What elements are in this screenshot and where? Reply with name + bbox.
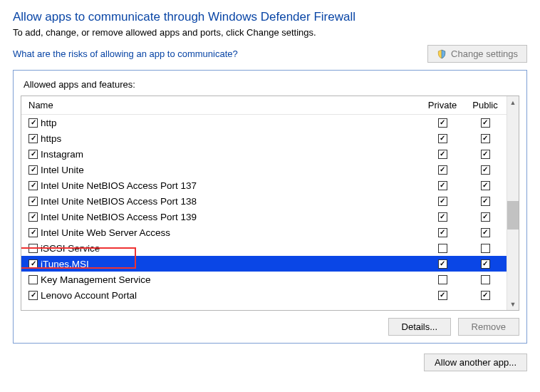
checkbox[interactable]: ✓: [481, 228, 490, 237]
group-label: Allowed apps and features:: [24, 79, 519, 90]
checkbox[interactable]: ✓: [438, 150, 447, 159]
checkbox[interactable]: ✓: [438, 228, 447, 237]
col-header-public[interactable]: Public: [464, 96, 507, 114]
list-row[interactable]: ✓https✓✓: [21, 130, 507, 146]
checkbox[interactable]: [438, 275, 447, 284]
scroll-track[interactable]: [507, 108, 519, 298]
row-name-label: http: [41, 118, 57, 128]
list-row[interactable]: ✓http✓✓: [21, 115, 507, 130]
checkbox[interactable]: ✓: [438, 291, 447, 300]
allowed-apps-group: Allowed apps and features: Name Private …: [13, 70, 527, 344]
allowed-apps-list[interactable]: Name Private Public ✓http✓✓✓https✓✓✓Inst…: [21, 96, 519, 311]
details-button[interactable]: Details...: [388, 318, 452, 336]
checkbox[interactable]: ✓: [481, 118, 490, 128]
remove-button[interactable]: Remove: [458, 318, 519, 336]
row-name-label: iTunes.MSI: [41, 259, 89, 269]
scrollbar[interactable]: ▲ ▼: [507, 96, 519, 310]
checkbox[interactable]: ✓: [28, 197, 38, 206]
row-name-label: iSCSI Service: [41, 243, 100, 254]
checkbox[interactable]: ✓: [481, 181, 490, 190]
page-title: Allow apps to communicate through Window…: [13, 10, 527, 24]
checkbox[interactable]: ✓: [438, 197, 447, 206]
checkbox[interactable]: ✓: [438, 134, 447, 143]
checkbox[interactable]: ✓: [28, 118, 38, 128]
checkbox[interactable]: [481, 244, 490, 253]
allow-another-app-button[interactable]: Allow another app...: [424, 354, 527, 371]
checkbox[interactable]: ✓: [28, 150, 38, 159]
list-row[interactable]: ✓Intel Unite NetBIOS Access Port 139✓✓: [21, 209, 507, 225]
risk-link[interactable]: What are the risks of allowing an app to…: [13, 48, 238, 59]
list-header: Name Private Public: [21, 96, 507, 115]
checkbox[interactable]: ✓: [481, 212, 490, 222]
checkbox[interactable]: ✓: [438, 259, 447, 269]
col-header-name[interactable]: Name: [21, 96, 421, 114]
row-name-label: Intel Unite NetBIOS Access Port 139: [41, 212, 197, 222]
list-row[interactable]: ✓iTunes.MSI✓✓: [21, 256, 507, 272]
checkbox[interactable]: ✓: [28, 291, 38, 300]
checkbox[interactable]: ✓: [481, 291, 490, 300]
shield-icon: [437, 49, 447, 59]
row-name-label: Key Management Service: [41, 274, 151, 285]
checkbox[interactable]: ✓: [438, 212, 447, 222]
checkbox[interactable]: ✓: [28, 181, 38, 190]
checkbox[interactable]: [28, 244, 38, 253]
list-row[interactable]: ✓Intel Unite NetBIOS Access Port 137✓✓: [21, 177, 507, 193]
scroll-thumb[interactable]: [507, 201, 519, 229]
list-row[interactable]: ✓Lenovo Account Portal✓✓: [21, 287, 507, 303]
row-name-label: Intel Unite NetBIOS Access Port 137: [41, 180, 197, 191]
list-row[interactable]: ✓Intel Unite Web Server Access✓✓: [21, 225, 507, 240]
checkbox[interactable]: ✓: [481, 150, 490, 159]
list-row[interactable]: Key Management Service: [21, 272, 507, 287]
row-name-label: Lenovo Account Portal: [41, 290, 137, 301]
list-row[interactable]: ✓Intel Unite✓✓: [21, 162, 507, 177]
checkbox[interactable]: ✓: [28, 165, 38, 175]
checkbox[interactable]: [481, 275, 490, 284]
page-description: To add, change, or remove allowed apps a…: [13, 27, 527, 38]
list-row[interactable]: iSCSI Service: [21, 240, 507, 256]
scroll-down-arrow-icon[interactable]: ▼: [507, 298, 519, 310]
checkbox[interactable]: ✓: [28, 228, 38, 237]
list-row[interactable]: ✓Intel Unite NetBIOS Access Port 138✓✓: [21, 193, 507, 209]
change-settings-button[interactable]: Change settings: [427, 45, 527, 63]
checkbox[interactable]: ✓: [481, 134, 490, 143]
checkbox[interactable]: ✓: [438, 165, 447, 175]
scroll-up-arrow-icon[interactable]: ▲: [507, 96, 519, 108]
row-name-label: https: [41, 133, 61, 144]
row-name-label: Instagram: [41, 149, 83, 160]
checkbox[interactable]: ✓: [438, 181, 447, 190]
list-row[interactable]: ✓Instagram✓✓: [21, 146, 507, 162]
checkbox[interactable]: ✓: [28, 134, 38, 143]
row-name-label: Intel Unite NetBIOS Access Port 138: [41, 196, 197, 207]
checkbox[interactable]: ✓: [28, 259, 38, 269]
checkbox[interactable]: ✓: [481, 165, 490, 175]
checkbox[interactable]: ✓: [481, 197, 490, 206]
checkbox[interactable]: ✓: [28, 212, 38, 222]
row-name-label: Intel Unite: [41, 165, 84, 175]
checkbox[interactable]: [438, 244, 447, 253]
change-settings-label: Change settings: [451, 48, 518, 59]
row-name-label: Intel Unite Web Server Access: [41, 227, 170, 238]
checkbox[interactable]: [28, 275, 38, 284]
checkbox[interactable]: ✓: [481, 259, 490, 269]
col-header-private[interactable]: Private: [421, 96, 464, 114]
checkbox[interactable]: ✓: [438, 118, 447, 128]
